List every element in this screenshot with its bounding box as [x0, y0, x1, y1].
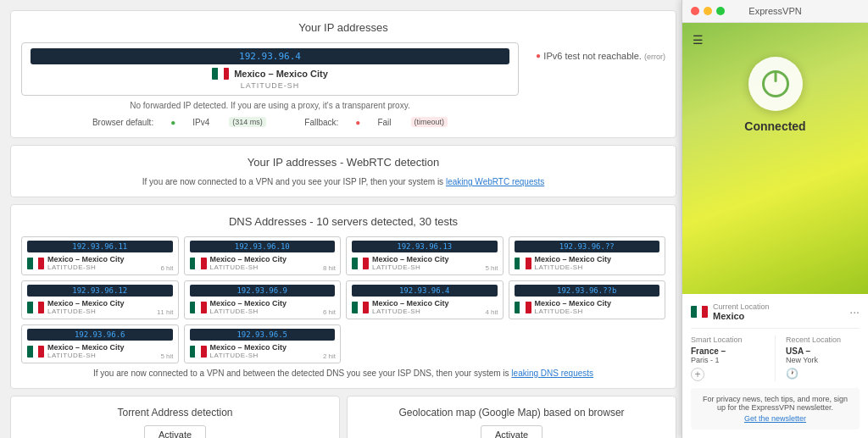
ipv6-error: (error)	[644, 53, 665, 61]
smart-recent-row: Smart Location France – Paris - 1 + Rece…	[691, 335, 860, 381]
ip-addresses-card: Your IP addresses 192.93.96.4 Mexico – M…	[10, 10, 676, 138]
connected-status: Connected	[744, 119, 805, 133]
main-content: Your IP addresses 192.93.96.4 Mexico – M…	[0, 0, 687, 438]
dns-item: 192.93.96.5 Mexico – Mexico City LATITUD…	[184, 324, 342, 363]
ip-card-inner: 192.93.96.4 Mexico – Mexico City LATITUD…	[21, 42, 665, 127]
divider	[775, 335, 776, 381]
recent-clock-icon[interactable]: 🕐	[786, 368, 860, 380]
dns-item: 192.93.96.12 Mexico – Mexico City LATITU…	[21, 280, 179, 319]
minimize-button[interactable]	[704, 7, 712, 15]
fail-dot: ●	[355, 118, 360, 127]
torrent-card: Torrent Address detection Activate	[10, 396, 340, 438]
close-button[interactable]	[691, 7, 699, 15]
ipv6-dot: ●	[536, 51, 541, 60]
dns-item: 192.93.96.?? Mexico – Mexico City LATITU…	[509, 236, 666, 275]
dns-flag	[27, 302, 44, 313]
vpn-body: ☰ Connected	[682, 23, 868, 294]
mexico-flag-vpn	[691, 306, 708, 318]
geo-card: Geolocation map (Google Map) based on br…	[347, 396, 676, 438]
titlebar-dots	[691, 7, 725, 15]
no-forwarded-text: No forwarded IP detected. If you are usi…	[21, 101, 519, 110]
bottom-row: Torrent Address detection Activate Geolo…	[10, 396, 676, 438]
dns-flag	[190, 258, 207, 269]
ipv4-dot: ●	[170, 118, 175, 127]
newsletter-box: For privacy news, tech tips, and more, s…	[691, 388, 860, 430]
current-location-section: Current Location Mexico ···	[691, 302, 860, 329]
ip-box: 192.93.96.4 Mexico – Mexico City LATITUD…	[21, 42, 519, 96]
current-location-label: Current Location	[713, 302, 770, 311]
smart-location-label: Smart Location	[691, 335, 765, 344]
current-location-info: Current Location Mexico	[713, 302, 770, 321]
webrtc-title: Your IP addresses - WebRTC detection	[21, 156, 665, 169]
browser-default-label: Browser default:	[92, 118, 153, 127]
location-left: Current Location Mexico	[691, 302, 770, 321]
dns-flag	[352, 302, 369, 313]
newsletter-text: For privacy news, tech tips, and more, s…	[703, 395, 848, 412]
ipv4-label: IPv4	[192, 118, 209, 127]
mexico-flag	[212, 68, 229, 80]
dns-item: 192.93.96.6 Mexico – Mexico City LATITUD…	[21, 324, 179, 363]
dns-title: DNS Addresses - 10 servers detected, 30 …	[21, 215, 665, 228]
webrtc-description: If you are now connected to a VPN and yo…	[21, 177, 665, 186]
hamburger-icon[interactable]: ☰	[693, 33, 704, 47]
geo-activate-button[interactable]: Activate	[481, 425, 542, 438]
vpn-panel: ExpressVPN ☰ Connected Current Location …	[682, 0, 868, 438]
vpn-bottom: Current Location Mexico ··· Smart Locati…	[682, 294, 868, 438]
webrtc-card: Your IP addresses - WebRTC detection If …	[10, 145, 676, 197]
ip-main: 192.93.96.4 Mexico – Mexico City LATITUD…	[21, 42, 519, 127]
latitude-label: LATITUDE-SH	[31, 81, 509, 90]
recent-country: USA –	[786, 347, 860, 356]
ip-location: Mexico – Mexico City	[234, 69, 328, 79]
power-icon	[762, 70, 789, 97]
torrent-title: Torrent Address detection	[21, 407, 329, 419]
ip-address-bar: 192.93.96.4	[31, 48, 509, 64]
recent-city: New York	[786, 356, 860, 364]
smart-country: France –	[691, 347, 765, 356]
dns-item: 192.93.96.??b Mexico – Mexico City LATIT…	[509, 280, 666, 319]
dns-item: 192.93.96.10 Mexico – Mexico City LATITU…	[184, 236, 342, 275]
dns-flag	[515, 302, 531, 313]
browser-defaults: Browser default: ● IPv4 (314 ms) Fallbac…	[21, 117, 519, 127]
recent-location-label: Recent Location	[786, 335, 860, 344]
recent-location-col: Recent Location USA – New York 🕐	[786, 335, 860, 381]
fallback-label: Fallback:	[304, 118, 338, 127]
dns-flag	[190, 302, 207, 313]
torrent-activate-button[interactable]: Activate	[144, 425, 206, 438]
smart-add-icon[interactable]: +	[691, 368, 704, 381]
power-button[interactable]	[748, 57, 803, 111]
geo-title: Geolocation map (Google Map) based on br…	[358, 407, 665, 419]
dns-grid: 192.93.96.11 Mexico – Mexico City LATITU…	[21, 236, 665, 363]
dns-card: DNS Addresses - 10 servers detected, 30 …	[10, 204, 676, 389]
fail-label: Fail	[377, 118, 391, 127]
dns-item: 192.93.96.4 Mexico – Mexico City LATITUD…	[346, 280, 504, 319]
fail-note: (timeout)	[411, 117, 448, 127]
dns-item: 192.93.96.9 Mexico – Mexico City LATITUD…	[184, 280, 342, 319]
dns-flag	[27, 346, 44, 358]
ipv6-status: IPv6 test not reachable. (error)	[543, 51, 665, 61]
dns-item: 192.93.96.13 Mexico – Mexico City LATITU…	[346, 236, 504, 275]
vpn-titlebar: ExpressVPN	[682, 0, 868, 23]
maximize-button[interactable]	[716, 7, 725, 15]
dns-flag	[27, 258, 44, 269]
ip-status: ● IPv6 test not reachable. (error)	[536, 42, 665, 63]
ipv4-ms: (314 ms)	[229, 117, 266, 127]
dns-footer: If you are now connected to a VPN and be…	[21, 369, 665, 378]
dns-flag	[515, 258, 531, 269]
dns-flag	[352, 258, 369, 269]
location-menu-dots[interactable]: ···	[849, 305, 860, 319]
dns-item: 192.93.96.11 Mexico – Mexico City LATITU…	[21, 236, 179, 275]
dns-leak-link[interactable]: leaking DNS requests	[511, 369, 593, 378]
smart-city: Paris - 1	[691, 356, 765, 364]
flag-location: Mexico – Mexico City	[31, 68, 509, 80]
vpn-app-title: ExpressVPN	[748, 6, 801, 16]
current-location-name: Mexico	[713, 311, 770, 321]
ip-card-title: Your IP addresses	[21, 21, 665, 34]
newsletter-link[interactable]: Get the newsletter	[698, 414, 853, 423]
dns-flag	[190, 346, 207, 358]
smart-location-col: Smart Location France – Paris - 1 +	[691, 335, 765, 381]
webrtc-link[interactable]: leaking WebRTC requests	[446, 177, 544, 186]
